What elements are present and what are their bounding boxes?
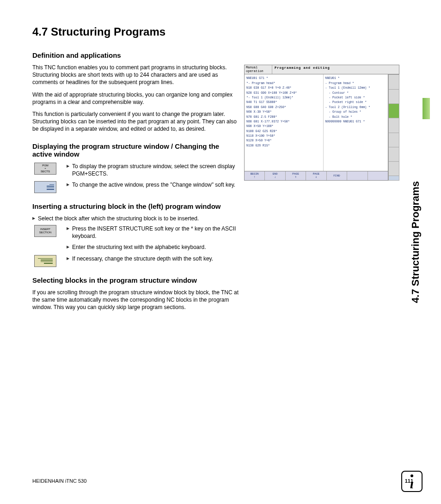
fig-mode-label: Manual operation	[245, 65, 272, 74]
fig-header-title: Programming and editing	[272, 65, 399, 74]
key-line: INSERT	[40, 228, 50, 231]
fig-softkey: BEGIN↑	[245, 171, 265, 180]
fig-code-line: N50 G00 G40 G90 Z+250*	[246, 105, 321, 110]
proc-text: Enter the structuring text with the alph…	[67, 243, 240, 251]
fig-structure-line: - Pocket right side *	[325, 100, 386, 105]
key-line: +	[44, 167, 46, 170]
proc-insert-step0: Select the block after which the structu…	[32, 215, 240, 222]
fig-softkey	[347, 171, 368, 180]
softkey-insert-section-icon: INSERT SECTION	[32, 225, 58, 237]
fig-code-line: N80 G01 X-177.9372 Y+50*	[246, 120, 321, 124]
fig-code-line: N70 G01 Z-5 F200*	[246, 115, 321, 120]
side-tab-text: 4.7 Structuring Programs	[410, 181, 422, 303]
sec-definition-head: Definition and applications	[32, 51, 240, 59]
key-line: SECTS	[41, 170, 50, 173]
proc-insert-step1: INSERT SECTION Press the INSERT STRUCTUR…	[32, 225, 240, 240]
proc-text: If necessary, change the structure depth…	[67, 255, 240, 262]
fig-code-line: %NEU01 G71 *	[246, 76, 321, 81]
proc-insert-step3: If necessary, change the structure depth…	[32, 255, 240, 267]
sec1-p1: This TNC function enables you to comment…	[32, 64, 240, 86]
fig-structure-line: - Contour *	[325, 91, 386, 96]
content-column: Definition and applications This TNC fun…	[32, 51, 240, 311]
side-tab-marker	[423, 98, 430, 119]
fig-code-line: N90 X+50 Y+100*	[246, 124, 321, 129]
fig-softkey: PAGE⇓	[306, 171, 326, 180]
fig-code-line: N110 X+100 Y+50*	[246, 134, 321, 139]
fig-code-line: *- Tool 1 (Endmill) 12mm)*	[246, 96, 321, 100]
fig-program-pane: %NEU01 G71 **- Program head*N10 G30 G17 …	[245, 74, 324, 171]
page-title: 4.7 Structuring Programs	[32, 25, 413, 38]
program-structure-screenshot: Manual operation Programming and editing…	[244, 65, 399, 181]
sec-select-head: Selecting blocks in the program structur…	[32, 276, 240, 284]
fig-structure-line: - Tool 1 (Endmill 12mm) *	[325, 86, 386, 91]
fig-softkey: PAGE⇑	[286, 171, 306, 180]
chapter-side-tab: 4.7 Structuring Programs	[409, 24, 422, 181]
fig-structure-pane: %NEU01 *- Program head *- Tool 1 (Endmil…	[324, 74, 388, 171]
fig-softkey-row: BEGIN↑END↓PAGE⇑PAGE⇓FIND	[244, 171, 388, 181]
fig-code-line: N120 X+50 Y+0*	[246, 139, 321, 143]
proc-display-step1: PGM + SECTS To display the program struc…	[32, 163, 240, 177]
softkey-structure-depth-icon	[32, 255, 58, 267]
page-footer: HEIDENHAIN iTNC 530 111	[32, 478, 413, 484]
fig-code-line: N60 X-30 Y+50*	[246, 110, 321, 115]
fig-code-line: N130 G26 R15*	[246, 144, 321, 148]
key-line: SECTION	[39, 231, 52, 234]
key-line: PGM	[42, 164, 49, 167]
fig-code-line: N10 G30 G17 X+0 Y+0 Z-40*	[246, 86, 321, 91]
fig-structure-line: - Pocket left side *	[325, 96, 386, 100]
fig-side-buttons	[388, 74, 399, 181]
sec-insert-head: Inserting a structuring block in the (le…	[32, 202, 240, 210]
fig-code-line: *- Program head*	[246, 81, 321, 86]
fig-structure-line: N99999999 %NEU01 G71 *	[325, 120, 386, 124]
fig-softkey	[368, 171, 388, 180]
fig-structure-line: %NEU01 *	[325, 76, 386, 81]
proc-display-step2: To change the active window, press the "…	[32, 181, 240, 193]
fig-code-line: N100 G42 G25 R20*	[246, 129, 321, 134]
proc-text: To change the active window, press the "…	[67, 181, 240, 188]
fig-structure-line: - Group of holes *	[325, 110, 386, 115]
fig-structure-line: - Program head *	[325, 81, 386, 86]
softkey-change-window-icon	[32, 181, 58, 193]
fig-structure-line: - Bolt hole *	[325, 115, 386, 120]
fig-softkey: FIND	[327, 171, 347, 180]
fig-softkey: END↓	[265, 171, 285, 180]
sec4-p1: If you are scrolling through the program…	[32, 289, 240, 311]
proc-text: Press the INSERT STRUCTURE soft key or t…	[67, 225, 240, 240]
sec1-p3: This function is particularly convenient…	[32, 110, 240, 133]
sec1-p2: With the aid of appropriate structuring …	[32, 91, 240, 106]
fig-code-line: N40 T1 G17 S5000*	[246, 100, 321, 105]
softkey-pgm-sects-icon: PGM + SECTS	[32, 163, 58, 175]
proc-text: To display the program structure window,…	[67, 163, 240, 177]
sec-display-head: Displaying the program structure window …	[32, 142, 240, 158]
proc-insert-step2: Enter the structuring text with the alph…	[67, 243, 240, 251]
fig-structure-line: - Tool 2 (Drilling 6mm) *	[325, 105, 386, 110]
fig-code-line: N20 G31 G90 X+100 Y+100 Z+0*	[246, 91, 321, 96]
footer-product: HEIDENHAIN iTNC 530	[32, 478, 86, 484]
info-icon: ı	[401, 471, 423, 492]
